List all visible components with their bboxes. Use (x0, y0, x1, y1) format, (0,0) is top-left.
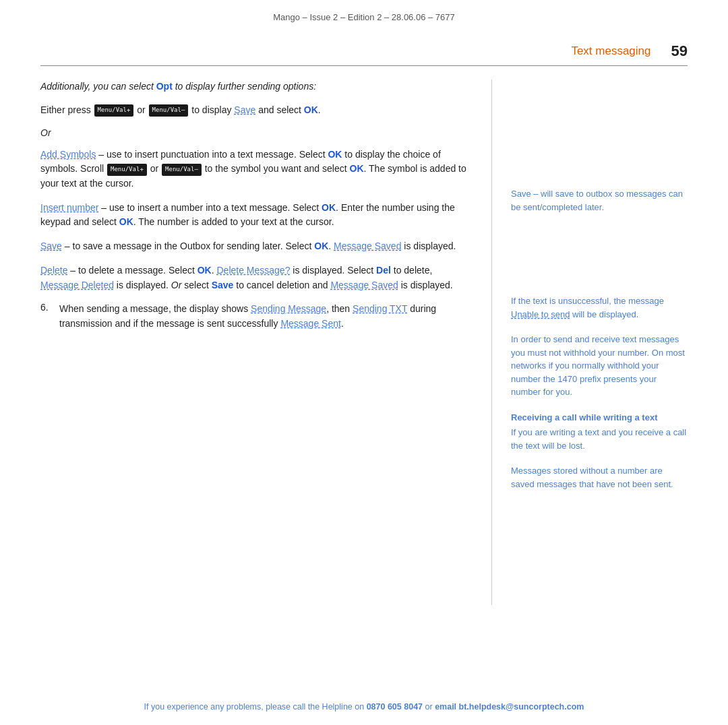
footer-email-link[interactable]: email bt.helpdesk@suncorptech.com (435, 702, 584, 712)
intro-opt: Opt (156, 81, 173, 92)
note3-body: In order to send and receive text messag… (511, 334, 685, 397)
right-note-2: If the text is unsuccessful, the message… (511, 294, 688, 321)
ok-6: OK (314, 241, 328, 251)
ok-1: OK (304, 104, 318, 115)
para3-rest: – to save a message in the Outbox for se… (62, 241, 314, 251)
numbered-item-6: 6. When sending a message, the display s… (40, 302, 471, 336)
ok-4: OK (322, 202, 336, 213)
line1-dot: . (318, 104, 321, 115)
menu-btn-4: Menu/Val– (162, 164, 202, 176)
save-link-2: Save (40, 241, 62, 251)
line1-pre: Either press (40, 104, 94, 115)
del-label: Del (376, 265, 391, 276)
sending-message-link: Sending Message (251, 303, 326, 314)
intro-rest: to display further sending options: (173, 81, 316, 92)
note4-body: If you are writing a text and you receiv… (511, 427, 686, 451)
right-note-5: Messages stored without a number are sav… (511, 464, 688, 491)
add-symbols-link: Add Symbols (40, 149, 96, 160)
unable-to-send-link: Unable to send (511, 309, 570, 319)
line1-mid: to display (189, 104, 234, 115)
para1-rest: – use to insert punctuation into a text … (96, 149, 328, 160)
delete-para: Delete – to delete a message. Select OK.… (40, 263, 471, 292)
ok-5: OK (119, 216, 133, 227)
para4-rest1: – to delete a message. Select (67, 265, 197, 276)
delete-link-1: Delete (40, 265, 67, 276)
note2-pre: If the text is unsuccessful, the message (511, 296, 664, 306)
para4-mid: is displayed. Select (290, 265, 376, 276)
footer-phone: 0870 605 8047 (367, 702, 423, 712)
message-deleted-link: Message Deleted (40, 280, 114, 290)
sending-txt-link: Sending TXT (353, 303, 407, 314)
item6-number: 6. (40, 302, 54, 336)
right-column: Save – will save to outbox so messages c… (492, 80, 688, 605)
menu-btn-2: Menu/Val– (149, 104, 189, 117)
header-title: Mango – Issue 2 – Edition 2 – 28.06.06 –… (273, 12, 455, 22)
note1-text: Save – will save to outbox so messages c… (511, 189, 683, 212)
page-header: Mango – Issue 2 – Edition 2 – 28.06.06 –… (0, 0, 728, 29)
page-footer: If you experience any problems, please c… (0, 702, 728, 712)
note2-end: will be displayed. (570, 309, 638, 319)
or-select-italic: Or (171, 280, 182, 290)
item6-end: . (341, 318, 344, 329)
left-column: Additionally, you can select Opt to disp… (40, 80, 492, 605)
ok-3: OK (350, 163, 364, 174)
intro-pre: Additionally, you can select (40, 81, 156, 92)
delete-message-link: Delete Message? (216, 265, 290, 276)
menu-btn-1: Menu/Val+ (94, 104, 134, 117)
intro-paragraph: Additionally, you can select Opt to disp… (40, 80, 471, 94)
insert-number-para: Insert number – use to insert a number i… (40, 201, 471, 230)
para4-rest3: is displayed. (114, 280, 171, 290)
para1-or: or (148, 163, 161, 174)
right-note-1: Save – will save to outbox so messages c… (511, 187, 688, 214)
para4-rest2: to delete, (391, 265, 433, 276)
main-content: Additionally, you can select Opt to disp… (0, 66, 728, 619)
page-number: 59 (671, 42, 688, 60)
para1-end: to the symbol you want and select (202, 163, 350, 174)
message-saved-1: Message Saved (334, 241, 401, 251)
right-note-3: In order to send and receive text messag… (511, 333, 688, 399)
line1-end: and select (255, 104, 304, 115)
or-text: Or (40, 127, 471, 138)
item6-text: When sending a message, the display show… (59, 302, 471, 331)
right-note-4: Receiving a call while writing a text If… (511, 411, 688, 453)
para4-end: is displayed. (398, 280, 453, 290)
line1-or: or (134, 104, 148, 115)
para2-rest: – use to insert a number into a text mes… (98, 202, 322, 213)
item6-mid: , then (326, 303, 353, 314)
save-para: Save – to save a message in the Outbox f… (40, 239, 471, 254)
save-link-1: Save (234, 104, 255, 115)
item6-pre: When sending a message, the display show… (59, 303, 251, 314)
section-title: Text messaging (571, 44, 650, 58)
para2-end: . The number is added to your text at th… (133, 216, 334, 227)
message-sent-link: Message Sent (280, 318, 341, 329)
add-symbols-para: Add Symbols – use to insert punctuation … (40, 148, 471, 191)
either-press-line: Either press Menu/Val+ or Menu/Val– to d… (40, 103, 471, 118)
menu-btn-3: Menu/Val+ (107, 164, 147, 176)
footer-pre: If you experience any problems, please c… (144, 702, 367, 712)
save-label-del: Save (212, 280, 234, 290)
insert-number-link: Insert number (40, 202, 98, 213)
note5-text: Messages stored without a number are sav… (511, 466, 673, 489)
footer-mid: or (423, 702, 435, 712)
para4-rest5: to cancel deletion and (233, 280, 330, 290)
message-saved-2: Message Saved (330, 280, 398, 290)
section-header: Text messaging 59 (0, 29, 728, 65)
ok-7: OK (198, 265, 212, 276)
para4-rest4: select (181, 280, 211, 290)
para3-end: is displayed. (401, 241, 456, 251)
ok-2: OK (328, 149, 342, 160)
note4-heading: Receiving a call while writing a text (511, 411, 688, 424)
